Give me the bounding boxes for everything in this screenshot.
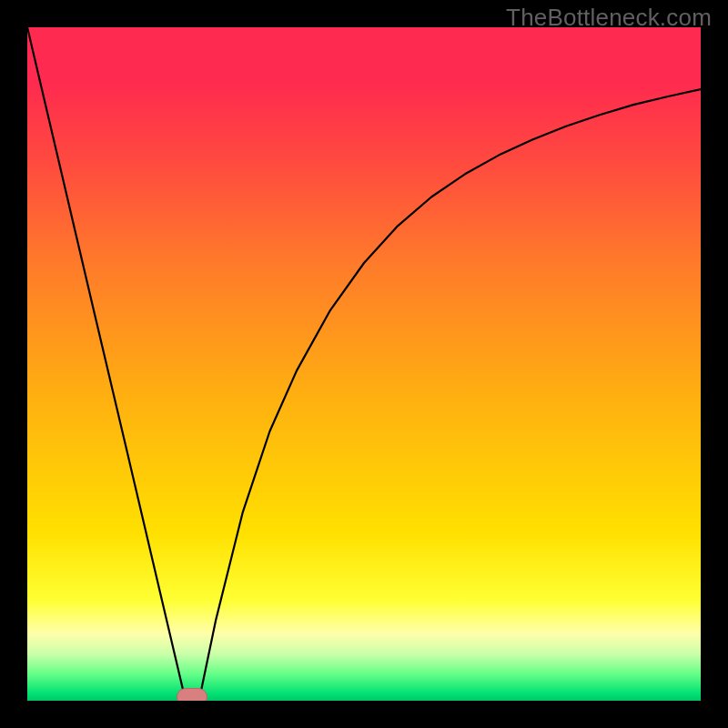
watermark-label: TheBottleneck.com xyxy=(506,4,712,32)
bottleneck-curve xyxy=(27,27,701,701)
chart-frame: TheBottleneck.com xyxy=(0,0,728,728)
curve-svg xyxy=(27,27,701,701)
minimum-marker xyxy=(177,688,207,701)
plot-area xyxy=(27,27,701,701)
